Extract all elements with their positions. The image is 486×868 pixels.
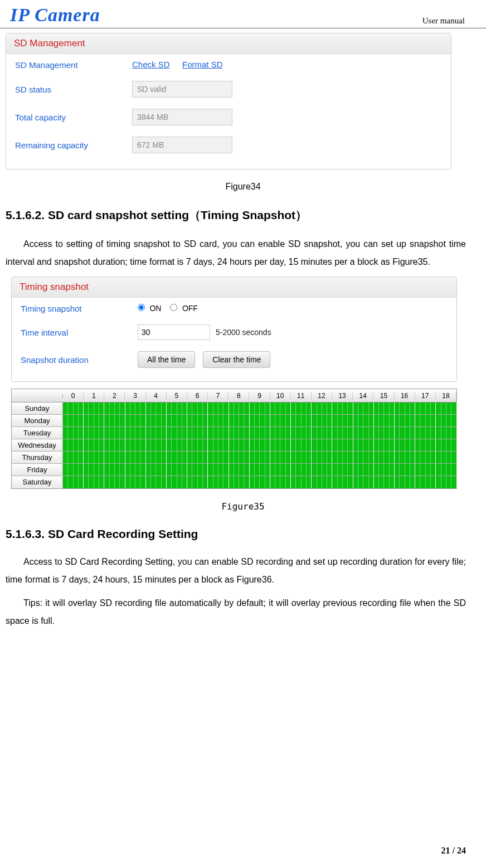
schedule-block[interactable] bbox=[436, 439, 441, 451]
schedule-block[interactable] bbox=[229, 464, 234, 476]
schedule-block[interactable] bbox=[255, 439, 260, 451]
schedule-block[interactable] bbox=[68, 427, 73, 439]
schedule-block[interactable] bbox=[302, 452, 307, 463]
schedule-block[interactable] bbox=[332, 439, 337, 451]
schedule-block[interactable] bbox=[348, 476, 353, 488]
schedule-block[interactable] bbox=[68, 415, 73, 426]
schedule-block[interactable] bbox=[405, 452, 410, 463]
schedule-block[interactable] bbox=[307, 476, 312, 488]
schedule-block[interactable] bbox=[343, 452, 348, 463]
schedule-block[interactable] bbox=[270, 452, 275, 463]
schedule-block[interactable] bbox=[369, 464, 374, 476]
schedule-block[interactable] bbox=[296, 427, 301, 439]
schedule-block[interactable] bbox=[415, 415, 420, 426]
schedule-block[interactable] bbox=[120, 464, 125, 476]
schedule-block[interactable] bbox=[343, 403, 348, 414]
schedule-block[interactable] bbox=[89, 403, 94, 414]
schedule-block[interactable] bbox=[441, 427, 446, 439]
schedule-block[interactable] bbox=[379, 464, 384, 476]
schedule-block[interactable] bbox=[99, 476, 104, 488]
schedule-block[interactable] bbox=[79, 476, 84, 488]
schedule-block[interactable] bbox=[167, 403, 172, 414]
schedule-block[interactable] bbox=[307, 439, 312, 451]
schedule-block[interactable] bbox=[420, 415, 425, 426]
schedule-block[interactable] bbox=[302, 427, 307, 439]
schedule-block[interactable] bbox=[265, 452, 270, 463]
schedule-block[interactable] bbox=[74, 464, 79, 476]
schedule-block[interactable] bbox=[218, 415, 223, 426]
schedule-block[interactable] bbox=[363, 476, 368, 488]
schedule-block[interactable] bbox=[302, 476, 307, 488]
schedule-block[interactable] bbox=[151, 464, 156, 476]
schedule-block[interactable] bbox=[244, 403, 249, 414]
schedule-block[interactable] bbox=[120, 452, 125, 463]
schedule-block[interactable] bbox=[135, 403, 140, 414]
schedule-block[interactable] bbox=[203, 452, 208, 463]
schedule-block[interactable] bbox=[322, 452, 327, 463]
schedule-block[interactable] bbox=[322, 464, 327, 476]
schedule-block[interactable] bbox=[363, 403, 368, 414]
schedule-block[interactable] bbox=[239, 415, 244, 426]
schedule-block[interactable] bbox=[172, 415, 177, 426]
schedule-block[interactable] bbox=[317, 427, 322, 439]
schedule-block[interactable] bbox=[74, 439, 79, 451]
schedule-block[interactable] bbox=[405, 403, 410, 414]
schedule-block[interactable] bbox=[260, 439, 265, 451]
schedule-block[interactable] bbox=[223, 452, 229, 463]
schedule-block[interactable] bbox=[426, 403, 431, 414]
schedule-block[interactable] bbox=[223, 427, 229, 439]
schedule-block[interactable] bbox=[322, 439, 327, 451]
schedule-block[interactable] bbox=[192, 464, 197, 476]
schedule-block[interactable] bbox=[94, 452, 99, 463]
schedule-block[interactable] bbox=[317, 403, 322, 414]
schedule-block[interactable] bbox=[322, 427, 327, 439]
schedule-block[interactable] bbox=[208, 427, 213, 439]
schedule-block[interactable] bbox=[280, 427, 285, 439]
schedule-block[interactable] bbox=[177, 452, 182, 463]
schedule-block[interactable] bbox=[363, 452, 368, 463]
schedule-block[interactable] bbox=[291, 452, 296, 463]
schedule-block[interactable] bbox=[441, 415, 446, 426]
schedule-block[interactable] bbox=[291, 403, 296, 414]
schedule-block[interactable] bbox=[192, 476, 197, 488]
schedule-block[interactable] bbox=[140, 427, 145, 439]
schedule-block[interactable] bbox=[192, 452, 197, 463]
check-sd-link[interactable]: Check SD bbox=[132, 60, 170, 69]
schedule-block[interactable] bbox=[353, 439, 358, 451]
schedule-block[interactable] bbox=[192, 403, 197, 414]
schedule-block[interactable] bbox=[89, 439, 94, 451]
schedule-block[interactable] bbox=[390, 439, 395, 451]
schedule-block[interactable] bbox=[250, 464, 255, 476]
schedule-block[interactable] bbox=[312, 464, 317, 476]
schedule-block[interactable] bbox=[203, 476, 208, 488]
schedule-block[interactable] bbox=[115, 403, 120, 414]
schedule-block[interactable] bbox=[265, 464, 270, 476]
schedule-block[interactable] bbox=[307, 464, 312, 476]
schedule-blocks[interactable] bbox=[63, 403, 456, 414]
schedule-block[interactable] bbox=[110, 452, 115, 463]
schedule-block[interactable] bbox=[312, 415, 317, 426]
schedule-block[interactable] bbox=[239, 476, 244, 488]
schedule-block[interactable] bbox=[415, 452, 420, 463]
schedule-block[interactable] bbox=[187, 476, 192, 488]
schedule-block[interactable] bbox=[296, 476, 301, 488]
schedule-block[interactable] bbox=[369, 476, 374, 488]
schedule-block[interactable] bbox=[162, 427, 167, 439]
schedule-block[interactable] bbox=[338, 427, 343, 439]
schedule-block[interactable] bbox=[446, 476, 451, 488]
schedule-block[interactable] bbox=[218, 452, 223, 463]
schedule-block[interactable] bbox=[358, 476, 363, 488]
schedule-block[interactable] bbox=[74, 427, 79, 439]
schedule-block[interactable] bbox=[353, 452, 358, 463]
schedule-block[interactable] bbox=[343, 439, 348, 451]
schedule-block[interactable] bbox=[146, 427, 151, 439]
schedule-block[interactable] bbox=[312, 427, 317, 439]
schedule-block[interactable] bbox=[99, 427, 104, 439]
schedule-block[interactable] bbox=[130, 452, 135, 463]
schedule-block[interactable] bbox=[162, 403, 167, 414]
schedule-block[interactable] bbox=[369, 452, 374, 463]
schedule-block[interactable] bbox=[172, 427, 177, 439]
schedule-block[interactable] bbox=[390, 403, 395, 414]
schedule-block[interactable] bbox=[104, 415, 109, 426]
schedule-blocks[interactable] bbox=[63, 427, 456, 439]
